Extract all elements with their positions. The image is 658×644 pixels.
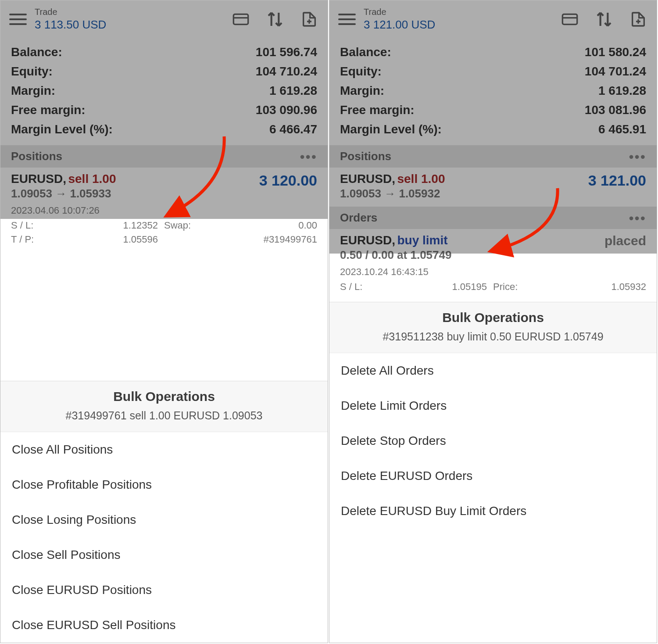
svg-rect-2 bbox=[562, 14, 577, 24]
more-icon[interactable]: ••• bbox=[300, 154, 317, 159]
account-amount[interactable]: 3 121.00 USD bbox=[364, 18, 560, 32]
topbar: Trade 3 113.50 USD bbox=[0, 0, 328, 38]
close-losing-positions[interactable]: Close Losing Positions bbox=[0, 502, 328, 537]
new-order-icon[interactable] bbox=[629, 10, 648, 29]
close-eurusd-sell-positions[interactable]: Close EURUSD Sell Positions bbox=[0, 608, 328, 643]
card-icon[interactable] bbox=[231, 10, 250, 29]
phone-left: Trade 3 113.50 USD Balance:101 596.74 Eq… bbox=[0, 0, 328, 643]
delete-limit-orders[interactable]: Delete Limit Orders bbox=[329, 388, 657, 423]
positions-header: Positions ••• bbox=[329, 145, 657, 168]
delete-all-orders[interactable]: Delete All Orders bbox=[329, 353, 657, 388]
position-profit: 3 120.00 bbox=[259, 172, 317, 189]
menu-icon[interactable] bbox=[338, 11, 356, 28]
delete-eurusd-orders[interactable]: Delete EURUSD Orders bbox=[329, 458, 657, 494]
orders-header: Orders ••• bbox=[329, 207, 657, 229]
sheet-subtitle: #319511238 buy limit 0.50 EURUSD 1.05749 bbox=[338, 330, 648, 348]
account-summary: Balance:101 596.74 Equity:104 710.24 Mar… bbox=[0, 38, 328, 145]
page-title: Trade bbox=[35, 7, 231, 17]
close-profitable-positions[interactable]: Close Profitable Positions bbox=[0, 467, 328, 502]
menu-icon[interactable] bbox=[9, 11, 27, 28]
order-status: placed bbox=[604, 233, 646, 248]
close-sell-positions[interactable]: Close Sell Positions bbox=[0, 537, 328, 572]
sheet-title: Bulk Operations bbox=[338, 310, 648, 325]
bulk-operations-sheet: Bulk Operations #319511238 buy limit 0.5… bbox=[329, 302, 657, 643]
delete-eurusd-buy-limit-orders[interactable]: Delete EURUSD Buy Limit Orders bbox=[329, 494, 657, 529]
account-summary: Balance:101 580.24 Equity:104 701.24 Mar… bbox=[329, 38, 657, 145]
close-all-positions[interactable]: Close All Positions bbox=[0, 432, 328, 467]
page-title: Trade bbox=[364, 7, 560, 17]
sheet-subtitle: #319499761 sell 1.00 EURUSD 1.09053 bbox=[9, 409, 319, 427]
delete-stop-orders[interactable]: Delete Stop Orders bbox=[329, 423, 657, 458]
order-row[interactable]: EURUSD, buy limit 0.50 / 0.00 at 1.05749… bbox=[329, 229, 657, 297]
more-icon[interactable]: ••• bbox=[629, 154, 646, 159]
svg-rect-0 bbox=[233, 14, 248, 24]
new-order-icon[interactable] bbox=[300, 10, 319, 29]
more-icon[interactable]: ••• bbox=[629, 216, 646, 220]
position-row[interactable]: EURUSD, sell 1.00 1.09053 → 1.05933 3 12… bbox=[0, 168, 328, 250]
position-profit: 3 121.00 bbox=[588, 172, 646, 189]
card-icon[interactable] bbox=[560, 10, 579, 29]
close-eurusd-positions[interactable]: Close EURUSD Positions bbox=[0, 572, 328, 608]
account-amount[interactable]: 3 113.50 USD bbox=[35, 18, 231, 32]
bulk-operations-sheet: Bulk Operations #319499761 sell 1.00 EUR… bbox=[0, 381, 328, 643]
positions-header: Positions ••• bbox=[0, 145, 328, 168]
sheet-title: Bulk Operations bbox=[9, 389, 319, 404]
phone-right: Trade 3 121.00 USD Balance:101 580.24 Eq… bbox=[329, 0, 657, 643]
topbar: Trade 3 121.00 USD bbox=[329, 0, 657, 38]
sort-icon[interactable] bbox=[265, 10, 285, 29]
sort-icon[interactable] bbox=[594, 10, 614, 29]
position-row[interactable]: EURUSD, sell 1.00 1.09053 → 1.05932 3 12… bbox=[329, 168, 657, 207]
